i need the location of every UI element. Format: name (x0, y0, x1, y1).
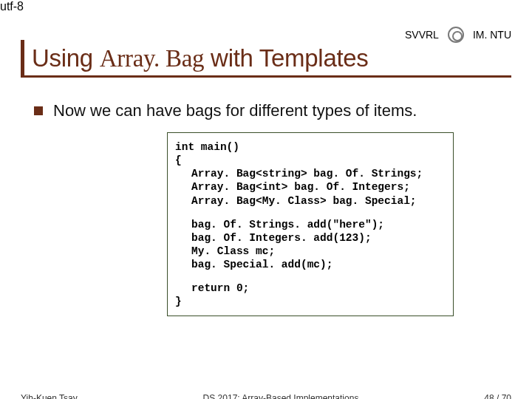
title-block: Using Array. Bag with Templates (21, 40, 511, 78)
slide: SVVRL IM. NTU Using Array. Bag with Temp… (0, 13, 532, 399)
header-right: IM. NTU (473, 29, 511, 41)
code-blank (175, 208, 449, 218)
footer-author: Yih-Kuen Tsay (21, 393, 78, 399)
bullet-text: Now we can have bags for different types… (53, 101, 417, 120)
body: Now we can have bags for different types… (21, 78, 511, 316)
header-left: SVVRL (405, 29, 439, 41)
footer-page: 48 / 70 (484, 393, 511, 399)
code-line: } (175, 295, 449, 308)
footer-center: DS 2017: Array-Based Implementations (203, 393, 359, 399)
code-line: My. Class mc; (175, 245, 449, 258)
code-line: int main() (175, 140, 449, 154)
logo-icon (448, 27, 464, 43)
footer: Yih-Kuen Tsay DS 2017: Array-Based Imple… (21, 393, 511, 399)
code-line: Array. Bag<string> bag. Of. Strings; (175, 167, 449, 180)
title-code: Array. Bag (100, 45, 204, 72)
title-pre: Using (32, 44, 100, 72)
code-blank (175, 271, 449, 282)
code-box: int main() { Array. Bag<string> bag. Of.… (167, 132, 454, 316)
code-line: Array. Bag<My. Class> bag. Special; (175, 194, 449, 208)
code-line: bag. Of. Integers. add(123); (175, 231, 449, 245)
code-line: { (175, 154, 449, 167)
slide-title: Using Array. Bag with Templates (32, 44, 511, 72)
bullet-icon (34, 106, 43, 115)
code-line: Array. Bag<int> bag. Of. Integers; (175, 180, 449, 194)
bullet-row: Now we can have bags for different types… (34, 101, 511, 120)
title-post: with Templates (204, 44, 368, 72)
code-line: return 0; (175, 282, 449, 295)
code-line: bag. Special. add(mc); (175, 258, 449, 271)
code-line: bag. Of. Strings. add("here"); (175, 218, 449, 231)
